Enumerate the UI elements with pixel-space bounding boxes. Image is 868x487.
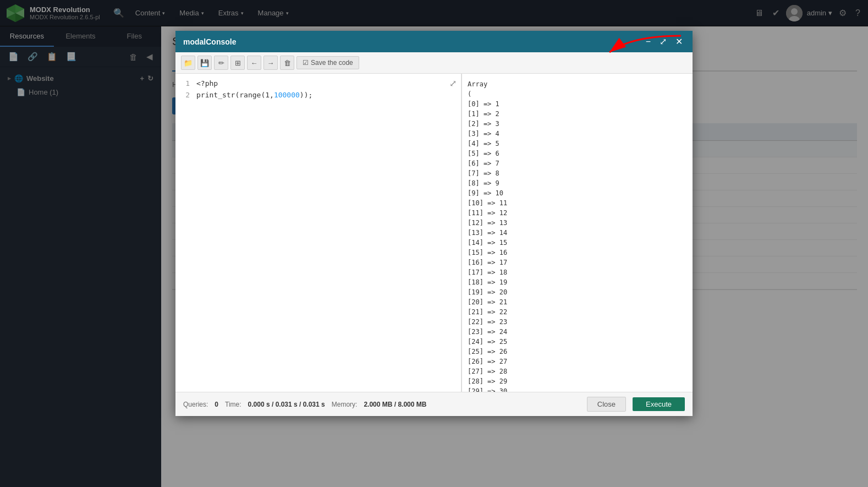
editor-toolbar: 📁 💾 ✏ ⊞ ← → 🗑 ☑ Save the code bbox=[175, 52, 693, 74]
output-item: [27] => 28 bbox=[468, 366, 687, 376]
output-item: [21] => 22 bbox=[468, 307, 687, 317]
output-item: [6] => 7 bbox=[468, 158, 687, 168]
output-item: [11] => 12 bbox=[468, 208, 687, 218]
code-line-2: print_str(range(1,100000)); bbox=[196, 90, 457, 101]
output-item: [16] => 17 bbox=[468, 258, 687, 267]
modal-header-controls: − ⤢ ✕ bbox=[644, 35, 685, 48]
columns-icon-button[interactable]: ⊞ bbox=[230, 56, 245, 70]
modal-overlay[interactable]: modalConsole − ⤢ ✕ 📁 💾 ✏ ⊞ ← → 🗑 ☑ Save … bbox=[0, 0, 868, 487]
output-item: [13] => 14 bbox=[468, 228, 687, 238]
code-lines: <?php print_str(range(1,100000)); bbox=[196, 78, 457, 101]
editor-body: 1 2 <?php print_str(range(1,100000)); ⤢ … bbox=[175, 74, 693, 392]
queries-value: 0 bbox=[215, 401, 218, 408]
save-icon-button[interactable]: 💾 bbox=[197, 56, 212, 70]
time-label: Time: bbox=[225, 401, 241, 408]
output-item: [28] => 29 bbox=[468, 376, 687, 386]
memory-label: Memory: bbox=[332, 401, 358, 408]
output-title: Array bbox=[468, 79, 687, 89]
close-button[interactable]: Close bbox=[587, 397, 626, 412]
maximize-modal-button[interactable]: ⤢ bbox=[657, 35, 669, 48]
pencil-icon-button[interactable]: ✏ bbox=[214, 56, 228, 70]
code-content: 1 2 <?php print_str(range(1,100000)); bbox=[180, 78, 457, 101]
checkbox-icon: ☑ bbox=[303, 59, 309, 67]
output-items: [0] => 1 [1] => 2 [2] => 3 [3] => 4 [4] … bbox=[468, 99, 687, 392]
output-item: [20] => 21 bbox=[468, 297, 687, 307]
output-open-paren: ( bbox=[468, 89, 687, 99]
time-value: 0.000 s / 0.031 s / 0.031 s bbox=[248, 401, 325, 408]
forward-icon-button[interactable]: → bbox=[263, 56, 278, 70]
output-item: [23] => 24 bbox=[468, 327, 687, 337]
output-item: [17] => 18 bbox=[468, 267, 687, 277]
queries-label: Queries: bbox=[183, 401, 208, 408]
output-item: [29] => 30 bbox=[468, 386, 687, 392]
output-item: [4] => 5 bbox=[468, 139, 687, 149]
code-expand-button[interactable]: ⤢ bbox=[449, 78, 457, 89]
minimize-modal-button[interactable]: − bbox=[644, 36, 653, 48]
output-item: [22] => 23 bbox=[468, 317, 687, 327]
folder-icon-button[interactable]: 📁 bbox=[181, 56, 195, 70]
output-item: [14] => 15 bbox=[468, 238, 687, 248]
output-area[interactable]: Array ( [0] => 1 [1] => 2 [2] => 3 [3] =… bbox=[462, 74, 693, 392]
output-item: [8] => 9 bbox=[468, 178, 687, 188]
output-item: [7] => 8 bbox=[468, 168, 687, 178]
code-editor[interactable]: 1 2 <?php print_str(range(1,100000)); ⤢ bbox=[175, 74, 462, 392]
output-item: [19] => 20 bbox=[468, 287, 687, 297]
modal-header: modalConsole − ⤢ ✕ bbox=[175, 31, 693, 52]
memory-value: 2.000 MB / 8.000 MB bbox=[364, 401, 426, 408]
output-item: [18] => 19 bbox=[468, 277, 687, 287]
output-item: [2] => 3 bbox=[468, 119, 687, 129]
save-code-button[interactable]: ☑ Save the code bbox=[296, 56, 359, 69]
save-code-label: Save the code bbox=[311, 59, 353, 67]
modal-footer: Queries: 0 Time: 0.000 s / 0.031 s / 0.0… bbox=[175, 392, 693, 416]
output-item: [0] => 1 bbox=[468, 99, 687, 109]
code-line-1: <?php bbox=[196, 78, 457, 90]
back-icon-button[interactable]: ← bbox=[247, 56, 261, 70]
output-item: [24] => 25 bbox=[468, 337, 687, 347]
output-item: [26] => 27 bbox=[468, 357, 687, 366]
execute-button[interactable]: Execute bbox=[633, 397, 685, 411]
output-item: [15] => 16 bbox=[468, 248, 687, 258]
modal-title: modalConsole bbox=[183, 37, 236, 46]
output-item: [1] => 2 bbox=[468, 109, 687, 119]
output-item: [10] => 11 bbox=[468, 198, 687, 208]
trash-icon-button[interactable]: 🗑 bbox=[280, 56, 294, 70]
close-modal-button[interactable]: ✕ bbox=[673, 35, 685, 48]
modal-console: modalConsole − ⤢ ✕ 📁 💾 ✏ ⊞ ← → 🗑 ☑ Save … bbox=[175, 31, 693, 416]
output-item: [3] => 4 bbox=[468, 129, 687, 139]
output-item: [25] => 26 bbox=[468, 347, 687, 357]
line-numbers: 1 2 bbox=[180, 78, 196, 101]
output-item: [9] => 10 bbox=[468, 188, 687, 198]
output-item: [5] => 6 bbox=[468, 149, 687, 158]
output-item: [12] => 13 bbox=[468, 218, 687, 228]
